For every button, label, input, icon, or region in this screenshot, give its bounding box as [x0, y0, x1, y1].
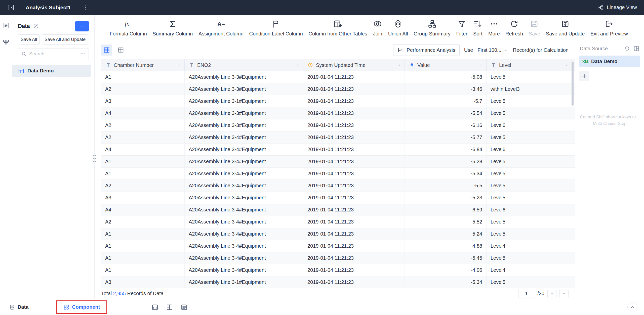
- add-data-button[interactable]: [75, 21, 89, 31]
- search-input[interactable]: [29, 51, 77, 57]
- add-source-button[interactable]: [579, 71, 589, 81]
- column-header-chamber-number[interactable]: TChamber Number: [101, 59, 185, 71]
- toolbar-button-refresh[interactable]: Refresh: [505, 19, 523, 37]
- toolbar-label: Union All: [388, 31, 408, 37]
- cell-chamber-number: A1: [101, 168, 185, 179]
- total-count: 2,955: [113, 291, 126, 296]
- toolbar-button-join[interactable]: Join: [373, 19, 382, 37]
- toolbar-button-sort[interactable]: Sort: [473, 19, 482, 37]
- toolbar-button-group-summary[interactable]: Group Summary: [414, 19, 451, 37]
- svg-text:fx: fx: [125, 20, 130, 27]
- cell-chamber-number: A1: [101, 71, 185, 83]
- chevron-down-icon: [561, 291, 567, 296]
- table-row[interactable]: A3A20Assembly Line 3-1#Equipment2019-01-…: [101, 95, 575, 107]
- column-dropdown-icon[interactable]: [296, 63, 300, 67]
- save-update-icon: [560, 19, 570, 29]
- cell-value: -5.34: [405, 276, 487, 288]
- toolbar-button-assignment-column[interactable]: AAssignment Column: [198, 19, 244, 37]
- search-more-icon[interactable]: [80, 51, 86, 57]
- cell-chamber-number: A2: [101, 83, 185, 95]
- form-icon[interactable]: [3, 22, 10, 29]
- split-view-toggle[interactable]: [115, 44, 126, 56]
- table-row[interactable]: A4A20Assembly Line 3-4#Equipment2019-01-…: [101, 144, 575, 156]
- tab-component[interactable]: Component: [56, 300, 107, 314]
- column-dropdown-icon[interactable]: [177, 63, 181, 67]
- table-row[interactable]: A1A20Assembly Line 3-4#Equipment2019-01-…: [101, 240, 575, 252]
- table-row[interactable]: A1A20Assembly Line 3-4#Equipment2019-01-…: [101, 252, 575, 264]
- dataset-item-data-demo[interactable]: Data Demo: [12, 65, 91, 77]
- union-icon: [393, 19, 403, 29]
- tab-data[interactable]: Data: [7, 299, 31, 315]
- save-all-button[interactable]: Save All: [18, 34, 40, 44]
- icon-strip: [0, 15, 12, 299]
- column-dropdown-icon[interactable]: [565, 63, 569, 67]
- table-row[interactable]: A3A20Assembly Line 3-1#Equipment2019-01-…: [101, 276, 575, 288]
- layout-icon[interactable]: [633, 46, 639, 52]
- table-widget-icon[interactable]: [181, 304, 188, 311]
- records-count-select[interactable]: First 100...: [477, 47, 508, 53]
- search-box[interactable]: [18, 49, 89, 59]
- table-row[interactable]: A1A20Assembly Line 3-4#Equipment2019-01-…: [101, 228, 575, 240]
- column-header-system-updated-time[interactable]: System Updated Time: [303, 59, 405, 71]
- table-scrollbar[interactable]: [572, 62, 574, 106]
- table-row[interactable]: A4A20Assembly Line 3-4#Equipment2019-01-…: [101, 204, 575, 216]
- column-dropdown-icon[interactable]: [479, 63, 483, 67]
- table-row[interactable]: A1A20Assembly Line 3-4#Equipment2019-01-…: [101, 264, 575, 276]
- table-row[interactable]: A2A20Assembly Line 3-3#Equipment2019-01-…: [101, 119, 575, 131]
- text-type-icon: T: [105, 62, 111, 68]
- formula-icon: fx: [124, 19, 133, 29]
- save-all-and-update-button[interactable]: Save All and Update: [42, 34, 88, 44]
- table-row[interactable]: A1A20Assembly Line 3-3#Equipment2019-01-…: [101, 71, 575, 83]
- cell-value: -4.88: [405, 240, 487, 252]
- data-source-label: Data Demo: [591, 59, 617, 64]
- cell-system-updated-time: 2019-01-04 11:21:23: [303, 192, 405, 204]
- toolbar-button-exit-and-preview[interactable]: Exit and Preview: [590, 19, 628, 37]
- toolbar-button-save-and-update[interactable]: Save and Update: [546, 19, 585, 37]
- grid-view-toggle[interactable]: [101, 44, 112, 56]
- collapse-panel-icon[interactable]: [7, 4, 15, 11]
- table-row[interactable]: A1A20Assembly Line 3-4#Equipment2019-01-…: [101, 156, 575, 168]
- table-row[interactable]: A4A20Assembly Line 3-3#Equipment2019-01-…: [101, 107, 575, 119]
- lineage-view-button[interactable]: Lineage View: [597, 4, 637, 11]
- next-page-button[interactable]: [559, 289, 569, 298]
- table-row[interactable]: A2A20Assembly Line 3-4#Equipment2019-01-…: [101, 216, 575, 228]
- toolbar-button-union-all[interactable]: Union All: [388, 19, 408, 37]
- table-row[interactable]: A2A20Assembly Line 3-4#Equipment2019-01-…: [101, 131, 575, 144]
- chart-widget-icon[interactable]: [151, 304, 158, 311]
- sigma-icon: [168, 19, 177, 29]
- panel-resize-handle[interactable]: [93, 154, 96, 163]
- hide-toggle-icon[interactable]: [33, 23, 39, 29]
- toolbar-label: Exit and Preview: [590, 31, 628, 37]
- use-label: Use: [464, 47, 473, 53]
- history-icon[interactable]: [624, 46, 630, 52]
- column-header-value[interactable]: #Value: [405, 59, 487, 71]
- data-source-item[interactable]: xls Data Demo: [579, 56, 640, 67]
- toolbar-button-summary-column[interactable]: Summary Column: [152, 19, 193, 37]
- prev-page-button[interactable]: [547, 289, 556, 298]
- performance-analysis-button[interactable]: Performance Analysis: [393, 44, 459, 56]
- chevron-up-icon: [549, 291, 555, 296]
- toolbar-button-more[interactable]: More: [488, 19, 500, 37]
- table-row[interactable]: A2A20Assembly Line 3-4#Equipment2019-01-…: [101, 180, 575, 192]
- title-menu-icon[interactable]: [83, 5, 89, 11]
- toolbar-button-condition-label-column[interactable]: Condition Label Column: [249, 19, 303, 37]
- page-input[interactable]: [518, 289, 534, 298]
- cell-value: -5.5: [405, 180, 487, 192]
- hint-line-2: Multi-Choice Step: [577, 120, 642, 127]
- column-header-eno2[interactable]: TENO2: [185, 59, 303, 71]
- collapse-bottom-button[interactable]: [627, 302, 637, 312]
- cell-system-updated-time: 2019-01-04 11:21:23: [303, 131, 405, 143]
- toolbar-button-filter[interactable]: Filter: [456, 19, 467, 37]
- cell-system-updated-time: 2019-01-04 11:21:23: [303, 216, 405, 228]
- cell-value: -6.16: [405, 119, 487, 131]
- toolbar-button-formula-column[interactable]: fxFormula Column: [110, 19, 147, 37]
- table-row[interactable]: A3A20Assembly Line 3-4#Equipment2019-01-…: [101, 192, 575, 204]
- column-dropdown-icon[interactable]: [397, 63, 401, 67]
- table-row[interactable]: A1A20Assembly Line 3-4#Equipment2019-01-…: [101, 168, 575, 180]
- cell-level: Level5: [487, 180, 572, 192]
- toolbar-button-column-from-other-tables[interactable]: Column from Other Tables: [309, 19, 367, 37]
- layout-widget-icon[interactable]: [166, 304, 173, 311]
- flow-icon[interactable]: [3, 39, 10, 46]
- column-header-level[interactable]: TLevel: [487, 59, 572, 71]
- table-row[interactable]: A2A20Assembly Line 3-3#Equipment2019-01-…: [101, 83, 575, 95]
